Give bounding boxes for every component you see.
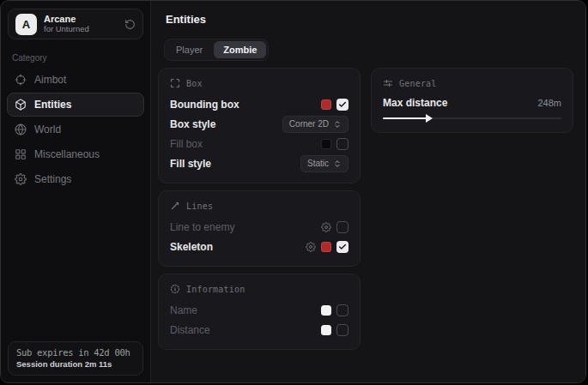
setting-row-bounding-box: Bounding box: [170, 94, 349, 114]
brand-text: Arcane for Unturned: [44, 14, 118, 34]
row-controls: [321, 304, 349, 316]
sidebar-item-aimbot[interactable]: Aimbot: [7, 68, 144, 92]
brand-card: A Arcane for Unturned: [8, 9, 143, 39]
logo-letter: A: [22, 18, 30, 31]
box-style-select[interactable]: Corner 2D: [282, 116, 349, 133]
box-corners-icon: [170, 78, 180, 88]
unfold-icon: [333, 159, 342, 168]
row-controls: Corner 2D: [282, 116, 349, 133]
select-value: Static: [307, 159, 329, 168]
right-column: General Max distance 248m: [371, 68, 573, 133]
information-panel-header: Information: [170, 282, 349, 296]
sidebar-nav: Aimbot Entities World Miscellaneous: [1, 68, 150, 191]
row-settings-gear-icon[interactable]: [306, 242, 316, 252]
entity-type-tabs: Player Zombie: [164, 39, 269, 61]
grid-icon: [15, 148, 27, 160]
box-panel: Box Bounding box Box style: [158, 68, 361, 183]
setting-row-name: Name: [170, 300, 349, 320]
setting-label: Fill style: [170, 158, 211, 170]
color-swatch[interactable]: [321, 99, 331, 110]
session-duration-text: Session duration 2m 11s: [16, 359, 135, 369]
color-swatch[interactable]: [321, 139, 331, 149]
setting-row-distance: Distance: [170, 320, 349, 340]
panel-title: General: [399, 79, 437, 88]
checkbox-unchecked[interactable]: [336, 324, 349, 336]
sidebar-item-label: World: [34, 123, 61, 135]
general-panel-header: General: [383, 76, 561, 90]
checkbox-checked[interactable]: [336, 241, 349, 253]
page-title: Entities: [166, 13, 206, 26]
crosshair-icon: [15, 74, 27, 86]
line-icon: [170, 201, 180, 211]
app-window: A Arcane for Unturned Category Aimbot: [0, 0, 586, 383]
max-distance-slider[interactable]: [383, 114, 561, 123]
subscription-card: Sub expires in 42d 00h Session duration …: [8, 341, 143, 376]
row-controls: Static: [300, 155, 349, 172]
app-subtitle: for Unturned: [44, 25, 118, 34]
setting-label: Skeleton: [170, 241, 213, 253]
setting-row-max-distance: Max distance 248m: [383, 94, 561, 111]
setting-label: Distance: [170, 324, 210, 336]
setting-label: Name: [170, 304, 197, 316]
tab-zombie[interactable]: Zombie: [214, 41, 266, 58]
info-icon: [170, 284, 180, 294]
setting-row-line-to-enemy: Line to enemy: [170, 217, 349, 237]
setting-row-skeleton: Skeleton: [170, 237, 349, 256]
setting-label: Fill box: [170, 138, 203, 150]
globe-icon: [15, 123, 27, 135]
color-swatch[interactable]: [321, 305, 331, 316]
row-settings-gear-icon[interactable]: [321, 222, 331, 232]
panel-columns: Box Bounding box Box style: [158, 68, 573, 350]
setting-label: Box style: [170, 118, 215, 130]
setting-label: Max distance: [383, 97, 447, 109]
fill-style-select[interactable]: Static: [300, 155, 349, 172]
sidebar-item-label: Settings: [34, 173, 71, 185]
row-controls: [321, 324, 349, 336]
slider-handle[interactable]: [426, 114, 433, 123]
setting-row-fill-style: Fill style Static: [170, 153, 349, 173]
checkbox-unchecked[interactable]: [336, 304, 349, 316]
box-panel-header: Box: [170, 76, 349, 90]
sidebar-item-label: Entities: [34, 99, 71, 111]
lines-panel-header: Lines: [170, 199, 349, 213]
panel-title: Information: [186, 285, 245, 294]
color-swatch[interactable]: [321, 325, 331, 335]
setting-label: Bounding box: [170, 99, 239, 111]
checkbox-checked[interactable]: [336, 99, 349, 111]
max-distance-value: 248m: [537, 98, 561, 108]
sidebar-item-settings[interactable]: Settings: [7, 167, 144, 191]
setting-label: Line to enemy: [170, 221, 234, 233]
app-logo: A: [15, 14, 37, 35]
category-label: Category: [12, 53, 150, 63]
lines-panel: Lines Line to enemy Skeleton: [158, 190, 361, 267]
color-swatch[interactable]: [321, 242, 331, 252]
check-icon: [338, 243, 347, 251]
left-column: Box Bounding box Box style: [158, 68, 361, 350]
sidebar-item-label: Aimbot: [34, 74, 66, 86]
row-controls: [321, 99, 349, 111]
row-controls: [321, 138, 349, 150]
sidebar-item-miscellaneous[interactable]: Miscellaneous: [7, 142, 144, 166]
sidebar-item-label: Miscellaneous: [34, 148, 100, 160]
tab-player[interactable]: Player: [167, 41, 212, 58]
refresh-icon[interactable]: [124, 19, 136, 30]
checkbox-unchecked[interactable]: [336, 221, 349, 233]
panel-title: Lines: [186, 202, 213, 211]
sidebar: A Arcane for Unturned Category Aimbot: [1, 1, 151, 382]
information-panel: Information Name Distance: [158, 274, 361, 350]
slider-fill: [383, 117, 427, 119]
app-title: Arcane: [44, 14, 118, 25]
checkbox-unchecked[interactable]: [336, 138, 349, 150]
setting-row-box-style: Box style Corner 2D: [170, 114, 349, 134]
unfold-icon: [333, 120, 342, 129]
panel-title: Box: [186, 79, 203, 88]
sidebar-item-world[interactable]: World: [7, 117, 144, 141]
sliders-icon: [383, 78, 393, 88]
main-content: Entities Player Zombie Box Bounding box: [151, 1, 585, 382]
cube-icon: [15, 99, 27, 111]
sidebar-item-entities[interactable]: Entities: [7, 93, 144, 117]
gear-icon: [15, 173, 27, 185]
row-controls: [306, 241, 349, 253]
setting-row-fill-box: Fill box: [170, 134, 349, 153]
check-icon: [338, 100, 347, 109]
